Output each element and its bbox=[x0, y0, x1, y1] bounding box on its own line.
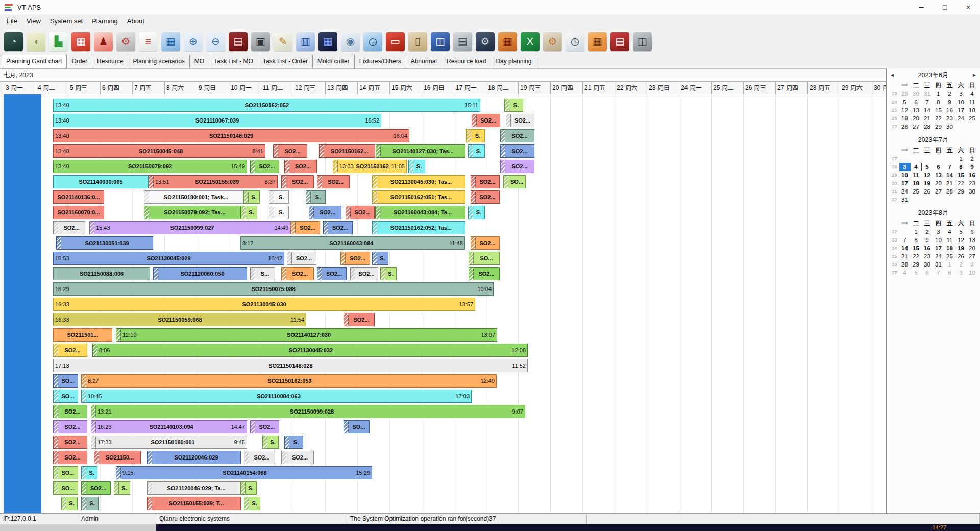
calendar-day[interactable]: 17 bbox=[899, 179, 911, 187]
calendar-day[interactable]: 27 bbox=[967, 252, 978, 260]
tab-planning-gantt-chart[interactable]: Planning Gantt chart bbox=[2, 55, 67, 68]
calendar-day[interactable]: 28 bbox=[944, 187, 955, 196]
calendar-day[interactable]: 19 bbox=[955, 244, 967, 252]
gantt-bar[interactable]: S. bbox=[284, 436, 303, 449]
gantt-bar[interactable]: SO2... bbox=[53, 405, 87, 418]
gantt-bar[interactable]: SO2... bbox=[471, 175, 500, 188]
resource-person-icon[interactable]: ♟ bbox=[94, 32, 113, 51]
calendar-day[interactable]: 19 bbox=[922, 179, 933, 187]
calendar-day[interactable]: 21 bbox=[922, 114, 933, 123]
day-header-cell[interactable]: 22 周六 bbox=[615, 82, 647, 94]
gantt-bar[interactable]: S. bbox=[408, 160, 425, 173]
gantt-bar[interactable]: SO21130051:039 bbox=[56, 236, 153, 250]
gantt-bar[interactable]: SO21150079:092; Tas... bbox=[144, 206, 241, 219]
gantt-bar[interactable]: SO... bbox=[503, 175, 526, 188]
calendar-day[interactable]: 14 bbox=[922, 106, 933, 114]
calendar-day[interactable]: 30 bbox=[911, 90, 922, 98]
gantt-bar[interactable]: SO21150162:052; Tas... bbox=[372, 221, 465, 234]
gantt-bar[interactable]: SO21150... bbox=[94, 451, 141, 464]
calendar-day[interactable]: 30 bbox=[944, 123, 955, 131]
calendar-day[interactable]: 25 bbox=[911, 187, 922, 196]
gantt-bar[interactable]: S. bbox=[244, 497, 260, 510]
gantt-bar[interactable]: SO21140127:030; Tas... bbox=[376, 144, 465, 158]
calendar-day[interactable]: 20 bbox=[911, 114, 922, 123]
day-header-cell[interactable]: 13 周四 bbox=[325, 82, 357, 94]
calendar-day[interactable]: 22 bbox=[955, 179, 967, 187]
calendar-day[interactable]: 17 bbox=[933, 244, 944, 252]
gantt-bar[interactable]: S. bbox=[269, 190, 289, 204]
tab-task-list-mo[interactable]: Task List - MO bbox=[209, 55, 258, 68]
day-header-cell[interactable]: 24 周一 bbox=[679, 82, 711, 94]
tab-task-list-order[interactable]: Task List - Order bbox=[258, 55, 313, 68]
day-header-cell[interactable]: 30 周日 bbox=[872, 82, 886, 94]
calendar-day[interactable]: 23 bbox=[967, 179, 978, 187]
calendar-day[interactable]: 3 bbox=[967, 260, 978, 269]
gantt-bar[interactable]: S. bbox=[468, 144, 485, 158]
calendar-day[interactable]: 29 bbox=[955, 187, 967, 196]
calendar-day[interactable]: 5 bbox=[922, 163, 933, 171]
day-header-cell[interactable]: 29 周六 bbox=[840, 82, 872, 94]
calendar-day[interactable]: 29 bbox=[933, 123, 944, 131]
calendar-day[interactable]: 4 bbox=[944, 228, 955, 236]
calendar-day[interactable]: 27 bbox=[911, 123, 922, 131]
calendar-day[interactable]: 7 bbox=[944, 163, 955, 171]
process-gears-icon[interactable]: ⚙ bbox=[543, 32, 562, 51]
analysis-chart-icon[interactable]: ▙ bbox=[49, 32, 68, 51]
calendar-day[interactable]: 26 bbox=[955, 252, 967, 260]
calendar-day[interactable]: 3 bbox=[933, 228, 944, 236]
calendar-day[interactable]: 6 bbox=[911, 98, 922, 106]
calendar-day[interactable]: 13 bbox=[911, 106, 922, 114]
calendar-day[interactable]: 26 bbox=[922, 187, 933, 196]
gantt-bar[interactable]: 13:40SO21150162:05215:11 bbox=[53, 99, 480, 112]
gantt-bar[interactable]: SO21160070:0... bbox=[53, 206, 104, 219]
calendar-day[interactable]: 30 bbox=[967, 187, 978, 196]
calendar-day[interactable]: 24 bbox=[955, 114, 967, 123]
printer-icon[interactable]: ▣ bbox=[251, 32, 270, 51]
calendar-day[interactable]: 2 bbox=[955, 260, 967, 269]
calendar-day[interactable]: 3 bbox=[899, 163, 911, 171]
calendar-day[interactable]: 16 bbox=[967, 171, 978, 179]
globe-icon[interactable]: ◉ bbox=[341, 32, 360, 51]
bean-icon[interactable]: ◖ bbox=[27, 32, 45, 51]
calendar-day[interactable]: 26 bbox=[899, 123, 911, 131]
calendar-day[interactable]: 1 bbox=[955, 155, 967, 163]
day-header-cell[interactable]: 27 周四 bbox=[775, 82, 807, 94]
calendar-icon[interactable]: ▦ bbox=[71, 32, 90, 51]
calendar-day[interactable]: 5 bbox=[911, 269, 922, 277]
calendar-day[interactable]: 4 bbox=[967, 90, 978, 98]
calendar-day[interactable]: 11 bbox=[911, 171, 922, 179]
gantt-bar[interactable]: SO21140030:065 bbox=[53, 175, 149, 188]
dark-grid-icon[interactable]: ▦ bbox=[318, 32, 337, 51]
menu-view[interactable]: View bbox=[22, 15, 45, 27]
gantt-bar[interactable]: S. bbox=[114, 481, 130, 495]
calendar-day[interactable]: 18 bbox=[967, 106, 978, 114]
gantt-bar[interactable]: SO2... bbox=[281, 175, 314, 188]
clipboard-icon[interactable]: ▯ bbox=[408, 32, 427, 51]
calendar-day[interactable]: 15 bbox=[933, 106, 944, 114]
gantt-bar[interactable]: 16:29SO21150075:08810:04 bbox=[53, 282, 494, 296]
gantt-bar[interactable]: SO2... bbox=[323, 221, 353, 234]
gantt-bar[interactable]: SO2... bbox=[500, 160, 534, 173]
gantt-bar[interactable]: 13:40SO21110067:03916:52 bbox=[53, 114, 381, 127]
gantt-bar[interactable]: 17:33SO21150180:0019:45 bbox=[91, 436, 247, 449]
day-header-cell[interactable]: 8 周六 bbox=[164, 82, 197, 94]
gantt-bar[interactable]: S... bbox=[250, 267, 275, 280]
calendar-day[interactable]: 1 bbox=[944, 260, 955, 269]
gantt-bar[interactable]: SO2... bbox=[471, 190, 500, 204]
calendar-day[interactable]: 3 bbox=[955, 90, 967, 98]
calendar-day[interactable]: 21 bbox=[899, 252, 911, 260]
gantt-bar[interactable]: 9:15SO21140154:06815:29 bbox=[116, 466, 372, 479]
calendar-day[interactable]: 7 bbox=[933, 269, 944, 277]
gantt-bar[interactable]: 13:40SO21150148:02916:04 bbox=[53, 129, 409, 142]
gantt-bar[interactable]: SO21140136:0... bbox=[53, 190, 104, 204]
gantt-bar[interactable]: SO2... bbox=[53, 436, 87, 449]
calendar-day[interactable]: 15 bbox=[911, 244, 922, 252]
calendar-day[interactable]: 7 bbox=[922, 98, 933, 106]
calendar-day[interactable]: 2 bbox=[922, 228, 933, 236]
day-header-cell[interactable]: 23 周日 bbox=[647, 82, 679, 94]
gantt-bar[interactable]: 15:53SO21130045:02910:42 bbox=[53, 252, 284, 265]
gantt-bar[interactable]: 15:43SO21150099:02714:49 bbox=[89, 221, 290, 234]
gantt-bar[interactable]: SO2... bbox=[53, 451, 87, 464]
day-header-cell[interactable]: 16 周日 bbox=[422, 82, 454, 94]
day-header-cell[interactable]: 5 周三 bbox=[68, 82, 100, 94]
